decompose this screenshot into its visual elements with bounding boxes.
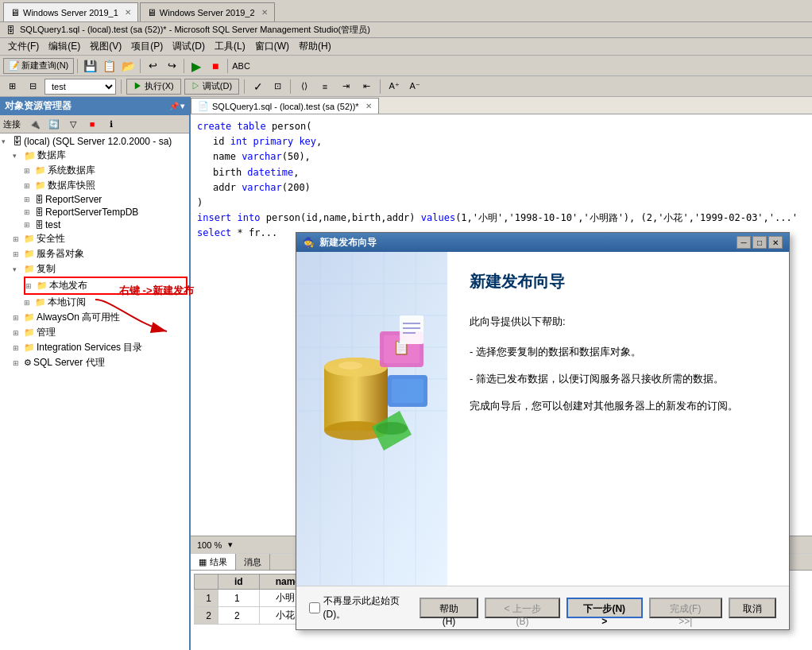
- app-title-icon: 🗄: [6, 25, 15, 35]
- menu-tools[interactable]: 工具(L): [210, 38, 250, 55]
- tb-btn-5[interactable]: ↪: [163, 58, 180, 74]
- tb2-btn-d[interactable]: ⇤: [358, 79, 375, 95]
- separator-7: [290, 79, 291, 94]
- editor-tab-icon: 📄: [198, 101, 209, 111]
- editor-tab-label: SQLQuery1.sql - (local).test (sa (52))*: [212, 102, 359, 111]
- separator-1: [77, 59, 78, 73]
- obj-stop-btn[interactable]: ■: [84, 117, 100, 131]
- editor-tab-close[interactable]: ✕: [365, 102, 372, 110]
- editor-tab-active[interactable]: 📄 SQLQuery1.sql - (local).test (sa (52))…: [191, 98, 379, 114]
- sql-line-7: insert into person(id,name,birth,addr) v…: [197, 211, 806, 226]
- debug-btn[interactable]: ▷ 调试(D): [184, 79, 239, 95]
- obj-filter-btn[interactable]: ▽: [65, 117, 81, 131]
- tree-system-db[interactable]: ⊞ 📁 系统数据库: [24, 163, 188, 178]
- local-pub-label: 本地发布: [49, 279, 87, 292]
- pin-icon[interactable]: 📌: [169, 102, 179, 110]
- security-label: 安全性: [37, 232, 65, 246]
- tb2-parse[interactable]: ⊡: [270, 79, 285, 95]
- menu-debug[interactable]: 调试(D): [168, 38, 210, 55]
- tree-replication[interactable]: ▾ 📁 复制: [13, 261, 188, 277]
- next-btn[interactable]: 下一步(N) >: [566, 598, 642, 618]
- menu-view[interactable]: 视图(V): [85, 38, 126, 55]
- dialog-title-icon: 🧙: [303, 237, 315, 248]
- tb-btn-2[interactable]: 📋: [100, 58, 118, 74]
- sql-line-2: id int primary key,: [197, 134, 806, 149]
- server-objects-icon: 📁: [24, 249, 35, 259]
- tb-btn-run[interactable]: ▶: [188, 58, 205, 74]
- dialog-content: 新建发布向导 此向导提供以下帮助: - 选择您要复制的数据和数据库对象。 - 筛…: [447, 252, 789, 586]
- tb2-btn-1[interactable]: ⊞: [3, 79, 21, 95]
- tb2-btn-e[interactable]: A⁺: [385, 79, 403, 95]
- toolbar-2: ⊞ ⊟ test ▶ 执行(X) ▷ 调试(D) ✓ ⊡ ⟨⟩ ≡ ⇥ ⇤ A⁺…: [0, 76, 812, 97]
- tree-server-objects[interactable]: ⊞ 📁 服务器对象: [13, 246, 188, 261]
- root-label: (local) (SQL Server 12.0.2000 - sa): [24, 136, 172, 147]
- integration-services-icon: 📁: [24, 342, 35, 353]
- separator-8: [380, 79, 381, 94]
- dialog-close-btn[interactable]: ✕: [768, 236, 783, 249]
- cancel-btn[interactable]: 取消: [729, 598, 776, 618]
- tb2-btn-a[interactable]: ⟨⟩: [296, 79, 313, 95]
- root-expander[interactable]: ▾: [2, 137, 13, 145]
- collapse-icon[interactable]: ▾: [180, 102, 184, 110]
- dont-show-label: 不再显示此起始页(D)。: [323, 594, 420, 621]
- zoom-dropdown-icon[interactable]: ▾: [228, 540, 233, 550]
- results-tab-results[interactable]: ▦ 结果: [191, 554, 236, 570]
- dialog-description: 此向导提供以下帮助: - 选择您要复制的数据和数据库对象。 - 筛选已发布数据，…: [470, 311, 767, 423]
- system-db-icon: 📁: [35, 165, 46, 176]
- tree-databases[interactable]: ▾ 📁 数据库: [13, 148, 188, 163]
- tab-windows-server-1[interactable]: 🖥 Windows Server 2019_1 ✕: [3, 2, 138, 21]
- obj-connect-btn[interactable]: 🔌: [27, 117, 43, 131]
- tree-report-server[interactable]: ⊞ 🗄 ReportServer: [24, 193, 188, 206]
- results-tab-messages[interactable]: 消息: [236, 554, 270, 570]
- tree-report-server-temp[interactable]: ⊞ 🗄 ReportServerTempDB: [24, 206, 188, 219]
- menu-help[interactable]: 帮助(H): [294, 38, 336, 55]
- execute-btn[interactable]: ▶ 执行(X): [126, 79, 181, 95]
- dialog-title-btns: ─ □ ✕: [737, 236, 783, 249]
- db-expander[interactable]: ▾: [13, 152, 24, 160]
- help-btn[interactable]: 帮助(H): [420, 598, 478, 618]
- tb-btn-6[interactable]: ABC: [231, 58, 249, 74]
- tb-btn-stop[interactable]: ■: [207, 58, 224, 74]
- tb2-checkmark[interactable]: ✓: [249, 79, 267, 95]
- dont-show-checkbox[interactable]: [309, 602, 320, 613]
- tree-root[interactable]: ▾ 🗄 (local) (SQL Server 12.0.2000 - sa): [2, 135, 188, 148]
- dialog-title-text: 新建发布向导: [319, 236, 737, 250]
- sql-line-4: birth datetime,: [197, 165, 806, 180]
- dialog-image-area: 📋: [296, 252, 447, 586]
- annotation-arrow: [87, 292, 191, 339]
- tree-db-snapshot[interactable]: ⊞ 📁 数据库快照: [24, 178, 188, 193]
- tab-2-close[interactable]: ✕: [261, 8, 268, 17]
- tb2-btn-c[interactable]: ⇥: [337, 79, 354, 95]
- tb2-btn-2[interactable]: ⊟: [24, 79, 41, 95]
- replication-label: 复制: [37, 262, 56, 276]
- tb2-btn-f[interactable]: A⁻: [406, 79, 423, 95]
- tb-btn-1[interactable]: 💾: [81, 58, 99, 74]
- tree-sql-agent[interactable]: ⊞ ⚙ SQL Server 代理: [13, 355, 188, 370]
- root-icon: 🗄: [13, 136, 22, 147]
- obj-prop-btn[interactable]: ℹ: [103, 117, 119, 131]
- dialog-maximize-btn[interactable]: □: [752, 236, 767, 249]
- local-sub-label: 本地订阅: [48, 296, 86, 309]
- db-selector[interactable]: test: [44, 79, 116, 95]
- obj-refresh-btn[interactable]: 🔄: [46, 117, 62, 131]
- new-publication-dialog[interactable]: 🧙 新建发布向导 ─ □ ✕: [296, 232, 790, 630]
- tb-btn-3[interactable]: 📂: [119, 58, 137, 74]
- tb2-btn-b[interactable]: ≡: [316, 79, 334, 95]
- menu-window[interactable]: 窗口(W): [250, 38, 294, 55]
- back-btn[interactable]: < 上一步(B): [485, 598, 560, 618]
- tree-security[interactable]: ⊞ 📁 安全性: [13, 231, 188, 246]
- tree-test-db[interactable]: ⊞ 🗄 test: [24, 219, 188, 231]
- replication-expander[interactable]: ▾: [13, 265, 24, 273]
- new-query-btn[interactable]: 📝新建查询(N): [3, 58, 74, 74]
- tab-1-close[interactable]: ✕: [125, 8, 131, 17]
- report-server-label: ReportServer: [45, 194, 102, 205]
- dialog-minimize-btn[interactable]: ─: [737, 236, 751, 249]
- separator-2: [140, 59, 141, 73]
- menu-project[interactable]: 项目(P): [126, 38, 168, 55]
- tree-integration-services[interactable]: ⊞ 📁 Integration Services 目录: [13, 340, 188, 355]
- menu-edit[interactable]: 编辑(E): [44, 38, 85, 55]
- finish-btn[interactable]: 完成(F) >>|: [649, 598, 722, 618]
- menu-file[interactable]: 文件(F): [3, 38, 44, 55]
- tb-btn-4[interactable]: ↩: [144, 58, 161, 74]
- tab-windows-server-2[interactable]: 🖥 Windows Server 2019_2 ✕: [140, 2, 275, 21]
